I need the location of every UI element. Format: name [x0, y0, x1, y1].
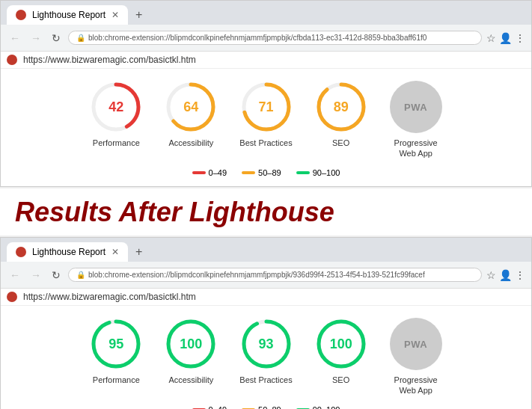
back-button-before[interactable]: ← — [7, 31, 23, 46]
site-favicon-after — [7, 292, 17, 302]
score-item-seo: 100 SEO — [315, 318, 367, 396]
score-item-performance: 42 Performance — [90, 81, 142, 159]
nav-icons-after: ☆ 👤 ⋮ — [486, 269, 525, 281]
legend-item: 0–49 — [192, 168, 227, 177]
circle-performance: 95 — [90, 318, 142, 370]
score-item-best-practices: 71 Best Practices — [239, 81, 292, 159]
legend-label: 90–100 — [313, 405, 340, 409]
url-after: blob:chrome-extension://blipmdconlkpinef… — [88, 271, 425, 279]
score-label-seo: SEO — [332, 375, 349, 385]
score-value-accessibility: 100 — [180, 336, 202, 352]
menu-icon-after[interactable]: ⋮ — [515, 269, 525, 281]
legend-label: 50–89 — [258, 168, 281, 177]
menu-icon-before[interactable]: ⋮ — [515, 32, 525, 44]
banner-title: Results After Lighthouse — [15, 197, 517, 227]
legend-dot — [296, 171, 310, 174]
legend-before: 0–49 50–89 90–100 — [16, 168, 516, 177]
back-button-after[interactable]: ← — [7, 268, 23, 283]
tab-title-after: Lighthouse Report — [32, 247, 106, 257]
score-value-accessibility: 64 — [183, 99, 198, 115]
circle-performance: 42 — [90, 81, 142, 133]
bookmark-icon-before[interactable]: ☆ — [486, 32, 496, 44]
site-url-before: https://www.bizwaremagic.com/basictkl.ht… — [23, 55, 196, 65]
score-item-accessibility: 64 Accessibility — [165, 81, 217, 159]
forward-button-before[interactable]: → — [28, 31, 44, 46]
score-value-seo: 89 — [334, 99, 349, 115]
pwa-circle: PWA — [390, 318, 442, 370]
circle-accessibility: 64 — [165, 81, 217, 133]
pwa-text-label: Progressive Web App — [394, 375, 438, 396]
tab-close-before[interactable]: ✕ — [111, 10, 119, 20]
new-tab-button-after[interactable]: + — [131, 245, 147, 259]
address-bar-after[interactable]: 🔒 blob:chrome-extension://blipmdconlkpin… — [68, 268, 482, 282]
legend-label: 90–100 — [313, 168, 340, 177]
pwa-circle: PWA — [390, 81, 442, 133]
legend-item: 50–89 — [242, 405, 281, 409]
lock-icon-before: 🔒 — [76, 34, 85, 42]
site-favicon-before — [7, 55, 17, 65]
site-url-after: https://www.bizwaremagic.com/basictkl.ht… — [23, 292, 196, 302]
active-tab-before[interactable]: Lighthouse Report ✕ — [7, 5, 128, 25]
score-label-best-practices: Best Practices — [239, 138, 292, 148]
url-before: blob:chrome-extension://blipmdconlkpinef… — [88, 34, 426, 42]
refresh-button-after[interactable]: ↻ — [49, 268, 64, 283]
legend-label: 0–49 — [209, 168, 227, 177]
pwa-label: PWA — [404, 339, 427, 350]
forward-button-after[interactable]: → — [28, 268, 44, 283]
browser-window-after: Lighthouse Report ✕ + ← → ↻ 🔒 blob:chrom… — [0, 237, 532, 409]
score-item-performance: 95 Performance — [90, 318, 142, 396]
legend-label: 50–89 — [258, 405, 281, 409]
scores-row-after: 95 Performance 100 Accessibility 93 Best… — [16, 318, 516, 396]
score-label-performance: Performance — [93, 138, 140, 148]
browser-window-before: Lighthouse Report ✕ + ← → ↻ 🔒 blob:chrom… — [0, 0, 532, 187]
new-tab-button-before[interactable]: + — [131, 8, 147, 22]
nav-bar-after: ← → ↻ 🔒 blob:chrome-extension://blipmdco… — [1, 262, 531, 289]
score-value-best-practices: 93 — [258, 336, 273, 352]
legend-label: 0–49 — [209, 405, 227, 409]
score-value-seo: 100 — [330, 336, 352, 352]
score-label-accessibility: Accessibility — [168, 375, 213, 385]
score-label-seo: SEO — [332, 138, 349, 148]
banner: Results After Lighthouse — [0, 187, 532, 238]
tab-favicon — [16, 10, 26, 20]
lock-icon-after: 🔒 — [76, 271, 85, 279]
score-label-performance: Performance — [93, 375, 140, 385]
tab-title-before: Lighthouse Report — [32, 10, 106, 20]
pwa-label: PWA — [404, 102, 427, 113]
site-bar-after: https://www.bizwaremagic.com/basictkl.ht… — [1, 289, 531, 306]
circle-best-practices: 93 — [240, 318, 293, 370]
refresh-button-before[interactable]: ↻ — [49, 31, 64, 46]
scores-row-before: 42 Performance 64 Accessibility 71 Best … — [16, 81, 516, 159]
circle-best-practices: 71 — [240, 81, 293, 133]
score-label-accessibility: Accessibility — [168, 138, 213, 148]
legend-item: 50–89 — [242, 168, 281, 177]
legend-dot — [242, 171, 255, 174]
tab-bar-before: Lighthouse Report ✕ + — [1, 1, 531, 25]
profile-icon-after[interactable]: 👤 — [499, 269, 512, 281]
score-item-seo: 89 SEO — [315, 81, 367, 159]
nav-icons-before: ☆ 👤 ⋮ — [486, 32, 525, 44]
legend-item: 90–100 — [296, 168, 340, 177]
active-tab-after[interactable]: Lighthouse Report ✕ — [7, 242, 128, 262]
pwa-text-label: Progressive Web App — [394, 138, 438, 159]
legend-item: 0–49 — [192, 405, 227, 409]
lighthouse-content-after: 95 Performance 100 Accessibility 93 Best… — [1, 306, 531, 409]
score-item-best-practices: 93 Best Practices — [239, 318, 292, 396]
score-item-accessibility: 100 Accessibility — [165, 318, 217, 396]
site-bar-before: https://www.bizwaremagic.com/basictkl.ht… — [1, 52, 531, 69]
profile-icon-before[interactable]: 👤 — [499, 32, 512, 44]
score-value-best-practices: 71 — [258, 99, 273, 115]
address-bar-before[interactable]: 🔒 blob:chrome-extension://blipmdconlkpin… — [68, 31, 482, 45]
bookmark-icon-after[interactable]: ☆ — [486, 269, 496, 281]
tab-close-after[interactable]: ✕ — [111, 247, 119, 257]
circle-seo: 100 — [315, 318, 367, 370]
tab-bar-after: Lighthouse Report ✕ + — [1, 238, 531, 262]
score-item-pwa: PWAProgressive Web App — [390, 81, 442, 159]
circle-accessibility: 100 — [165, 318, 217, 370]
legend-item: 90–100 — [296, 405, 340, 409]
circle-seo: 89 — [315, 81, 367, 133]
nav-bar-before: ← → ↻ 🔒 blob:chrome-extension://blipmdco… — [1, 25, 531, 52]
score-value-performance: 95 — [108, 336, 123, 352]
score-value-performance: 42 — [108, 99, 123, 115]
lighthouse-content-before: 42 Performance 64 Accessibility 71 Best … — [1, 69, 531, 186]
